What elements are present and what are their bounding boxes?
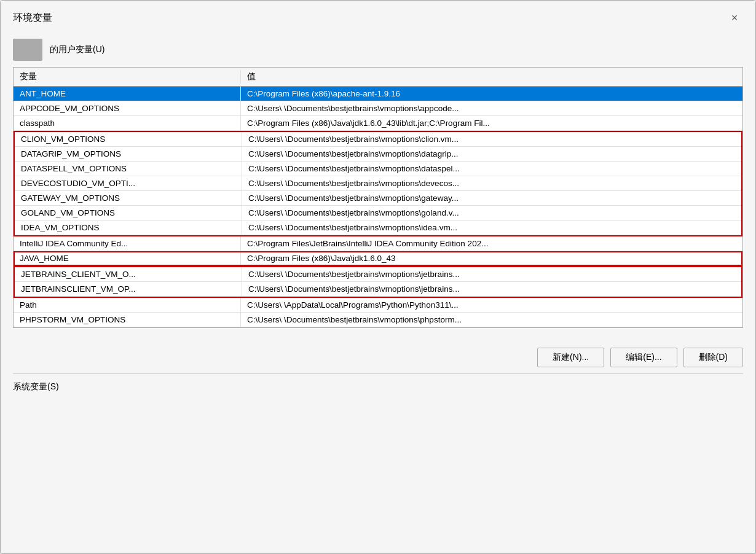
red-group-2: JETBRAINS_CLIENT_VM_O...C:\Users\ \Docum…: [14, 266, 742, 298]
table-row[interactable]: DATAGRIP_VM_OPTIONSC:\Users\ \Documents\…: [15, 147, 741, 162]
user-variables-list[interactable]: ANT_HOMEC:\Program Files (x86)\apache-an…: [14, 87, 742, 327]
val-cell: C:\Users\ \Documents\bestjetbrains\vmopt…: [242, 206, 741, 220]
val-cell: C:\Users\ \Documents\bestjetbrains\vmopt…: [242, 282, 741, 296]
table-header: 变量 值: [14, 68, 742, 87]
var-cell: JETBRAINSCLIENT_VM_OP...: [15, 282, 242, 296]
table-row[interactable]: CLION_VM_OPTIONSC:\Users\ \Documents\bes…: [15, 132, 741, 147]
table-row[interactable]: PHPSTORM_VM_OPTIONSC:\Users\ \Documents\…: [14, 313, 742, 327]
user-section-buttons: 新建(N)... 编辑(E)... 删除(D): [1, 338, 755, 373]
val-cell: C:\Program Files (x86)\Java\jdk1.6.0_43: [241, 251, 742, 265]
val-cell: C:\Program Files\JetBrains\IntelliJ IDEA…: [241, 236, 742, 251]
val-cell: C:\Program Files (x86)\apache-ant-1.9.16: [241, 87, 742, 101]
val-cell: C:\Users\ \Documents\bestjetbrains\vmopt…: [242, 220, 741, 235]
table-row[interactable]: ANT_HOMEC:\Program Files (x86)\apache-an…: [14, 87, 742, 101]
var-cell: DATASPELL_VM_OPTIONS: [15, 162, 242, 176]
col-header-var: 变量: [14, 70, 241, 84]
new-button[interactable]: 新建(N)...: [537, 348, 604, 367]
var-cell: APPCODE_VM_OPTIONS: [14, 101, 241, 115]
delete-button[interactable]: 删除(D): [683, 348, 743, 367]
var-cell: JETBRAINS_CLIENT_VM_O...: [15, 267, 242, 281]
var-cell: GATEWAY_VM_OPTIONS: [15, 191, 242, 205]
val-cell: C:\Program Files (x86)\Java\jdk1.6.0_43\…: [241, 116, 742, 130]
val-cell: C:\Users\ \Documents\bestjetbrains\vmopt…: [242, 176, 741, 190]
table-row[interactable]: DEVECOSTUDIO_VM_OPTI...C:\Users\ \Docume…: [15, 176, 741, 191]
close-button[interactable]: ×: [726, 9, 743, 26]
table-row[interactable]: GATEWAY_VM_OPTIONSC:\Users\ \Documents\b…: [15, 191, 741, 206]
val-cell: C:\Users\ \Documents\bestjetbrains\vmopt…: [241, 313, 742, 327]
system-section-title: 系统变量(S): [1, 374, 755, 396]
val-cell: C:\Users\ \Documents\bestjetbrains\vmopt…: [242, 191, 741, 205]
user-variables-table: 变量 值 ANT_HOMEC:\Program Files (x86)\apac…: [13, 67, 743, 328]
var-cell: ANT_HOME: [14, 87, 241, 101]
table-row[interactable]: APPCODE_VM_OPTIONSC:\Users\ \Documents\b…: [14, 101, 742, 116]
table-row[interactable]: JETBRAINS_CLIENT_VM_O...C:\Users\ \Docum…: [15, 267, 741, 282]
user-variables-section: 的用户变量(U) 变量 值 ANT_HOMEC:\Program Files (…: [1, 33, 755, 338]
avatar: [13, 39, 42, 61]
var-cell: IDEA_VM_OPTIONS: [15, 220, 242, 235]
table-row[interactable]: JAVA_HOMEC:\Program Files (x86)\Java\jdk…: [14, 251, 742, 266]
val-cell: C:\Users\ \Documents\bestjetbrains\vmopt…: [242, 147, 741, 161]
var-cell: PHPSTORM_VM_OPTIONS: [14, 313, 241, 327]
var-cell: CLION_VM_OPTIONS: [15, 132, 242, 146]
environment-variables-dialog: 环境变量 × 的用户变量(U) 变量 值 ANT_HOMEC:\Program …: [0, 0, 756, 554]
user-section-header: 的用户变量(U): [13, 39, 743, 61]
val-cell: C:\Users\ \AppData\Local\Programs\Python…: [241, 298, 742, 312]
user-variables-table-wrapper: 变量 值 ANT_HOMEC:\Program Files (x86)\apac…: [13, 67, 743, 328]
val-cell: C:\Users\ \Documents\bestjetbrains\vmopt…: [241, 101, 742, 115]
val-cell: C:\Users\ \Documents\bestjetbrains\vmopt…: [242, 267, 741, 281]
edit-button[interactable]: 编辑(E)...: [610, 348, 677, 367]
val-cell: C:\Users\ \Documents\bestjetbrains\vmopt…: [242, 132, 741, 146]
table-row[interactable]: PathC:\Users\ \AppData\Local\Programs\Py…: [14, 298, 742, 313]
var-cell: Path: [14, 298, 241, 312]
table-row[interactable]: DATASPELL_VM_OPTIONSC:\Users\ \Documents…: [15, 162, 741, 176]
var-cell: JAVA_HOME: [14, 251, 241, 265]
dialog-title: 环境变量: [13, 12, 52, 25]
col-header-val: 值: [241, 70, 742, 84]
table-row[interactable]: JETBRAINSCLIENT_VM_OP...C:\Users\ \Docum…: [15, 282, 741, 297]
table-row[interactable]: GOLAND_VM_OPTIONSC:\Users\ \Documents\be…: [15, 206, 741, 220]
title-bar: 环境变量 ×: [1, 1, 755, 33]
var-cell: DATAGRIP_VM_OPTIONS: [15, 147, 242, 161]
var-cell: classpath: [14, 116, 241, 130]
red-group-1: CLION_VM_OPTIONSC:\Users\ \Documents\bes…: [14, 131, 742, 236]
table-row[interactable]: IDEA_VM_OPTIONSC:\Users\ \Documents\best…: [15, 220, 741, 235]
val-cell: C:\Users\ \Documents\bestjetbrains\vmopt…: [242, 162, 741, 176]
user-section-title: 的用户变量(U): [50, 44, 104, 55]
var-cell: IntelliJ IDEA Community Ed...: [14, 236, 241, 251]
var-cell: GOLAND_VM_OPTIONS: [15, 206, 242, 220]
table-row[interactable]: IntelliJ IDEA Community Ed...C:\Program …: [14, 236, 742, 251]
table-row[interactable]: classpathC:\Program Files (x86)\Java\jdk…: [14, 116, 742, 131]
var-cell: DEVECOSTUDIO_VM_OPTI...: [15, 176, 242, 190]
